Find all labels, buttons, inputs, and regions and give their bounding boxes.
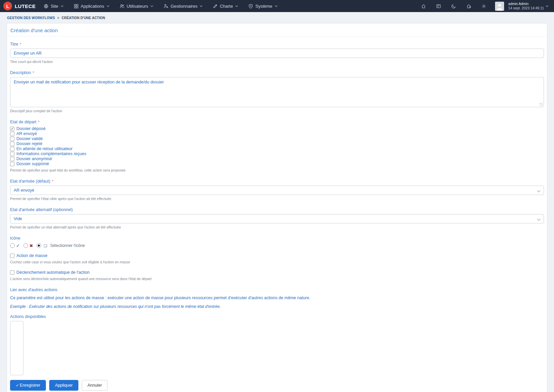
check-icon: ✓ [16, 383, 19, 388]
check-icon: ✓ [16, 243, 20, 248]
checkbox-dossier-valide[interactable]: Dossier validé [10, 136, 544, 141]
pen-icon [213, 4, 218, 9]
chevron-down-icon [275, 5, 278, 7]
lier-paragraph: Ce paramètre est utilisé pour les action… [10, 296, 544, 300]
chevron-down-icon [200, 5, 203, 7]
globe-icon [44, 4, 49, 9]
checkbox-icon [10, 147, 14, 151]
nav-menu-utilisateurs[interactable]: Utilisateurs [120, 4, 153, 9]
save-button[interactable]: ✓Enregistrer [10, 380, 46, 391]
checkbox-attente-retour[interactable]: En attente de retour utilisateur [10, 146, 544, 151]
home-status-icon[interactable] [466, 4, 471, 9]
titre-help: Titre court qui décrit l'action [10, 60, 544, 64]
breadcrumb-current: CRÉATION D'UNE ACTION [62, 16, 105, 20]
checkbox-dossier-depose[interactable]: Dossier déposé [10, 126, 544, 131]
icone-label: Icône [10, 236, 20, 241]
lier-exemple: Exemple : Exécuter des actions de notifi… [10, 304, 544, 309]
field-declenchement: Déclenchement automatique de l'action L'… [10, 270, 544, 281]
etat-arrivee-select[interactable]: AR envoyé [10, 186, 544, 195]
page-title: Création d'une action [10, 27, 544, 33]
radio-icon-cross[interactable] [23, 243, 28, 248]
chevron-down-icon [61, 5, 64, 7]
titre-input[interactable] [10, 49, 544, 58]
etat-depart-help: Permet de spécifier pour quel état du wo… [10, 168, 544, 172]
cross-icon: ✖ [29, 243, 33, 248]
field-etat-depart: Etat de départ* Dossier déposé AR envoyé… [10, 120, 544, 172]
checkbox-dossier-rejete[interactable]: Dossier rejeté [10, 141, 544, 146]
checkbox-icon [10, 132, 14, 136]
cancel-button[interactable]: Annuler [82, 380, 108, 391]
nav-menu-site[interactable]: Site [44, 4, 63, 9]
field-action-masse: Action de masse Cochez cette case si vou… [10, 253, 544, 264]
apps-icon [74, 4, 79, 9]
field-icone: Icône ✓ ✖ Sélectionner l'icône [10, 236, 544, 249]
radio-icon-check[interactable] [10, 243, 15, 248]
moon-icon[interactable] [451, 4, 456, 9]
user-datetime: 14 sept. 2023 14:45:11 [508, 6, 544, 10]
brand-name: LUTECE [15, 3, 36, 9]
lier-section-title: Lier avec d'autres actions [10, 287, 544, 292]
checkbox-icon [10, 162, 14, 166]
description-label: Description [10, 70, 31, 75]
creation-action-card: Création d'une action Titre* Titre court… [7, 23, 547, 392]
checkbox-declenchement[interactable]: Déclenchement automatique de l'action [10, 270, 544, 275]
gear-icon[interactable] [481, 4, 486, 9]
action-masse-help: Cochez cette case si vous voulez que l'a… [10, 260, 544, 264]
checkbox-dossier-supprime[interactable]: Dossier supprimé [10, 161, 544, 167]
checkbox-checked-icon [10, 127, 14, 131]
field-titre: Titre* Titre court qui décrit l'action [10, 42, 544, 64]
avatar [495, 2, 504, 11]
nav-menu-gestionnaires[interactable]: Gestionnaires [163, 4, 203, 9]
checkbox-icon [10, 270, 14, 275]
users-icon [120, 4, 125, 9]
note-icon [43, 244, 48, 248]
checkbox-icon [10, 137, 14, 141]
checkbox-icon [10, 254, 14, 258]
user-name: admin Admin [508, 2, 544, 6]
required-asterisk: * [20, 42, 21, 46]
required-asterisk: * [38, 120, 40, 124]
breadcrumb: GESTION DES WORKFLOWS > CRÉATION D'UNE A… [0, 12, 554, 23]
chevron-down-icon [107, 5, 110, 7]
home-icon[interactable] [421, 4, 426, 9]
shield-icon [248, 4, 253, 9]
etat-arrivee-label: Etat d'arrivée (défaut) [10, 179, 50, 184]
declenchement-help: L'action sera déclenchée automatiquement… [10, 277, 544, 281]
required-asterisk: * [33, 71, 34, 75]
nav-menu-applications[interactable]: Applications [74, 4, 110, 9]
lutece-logo[interactable]: L [3, 2, 12, 10]
description-textarea[interactable]: Envoyer un mail de notification pour acc… [10, 77, 544, 107]
checkbox-infos-complementaires[interactable]: Informations complémentaires reçues [10, 151, 544, 156]
etat-arrivee-alt-select[interactable]: Vide [10, 214, 544, 223]
chevron-down-icon [150, 5, 153, 7]
etat-arrivee-alt-help: Permet de spécifier un état alternatif a… [10, 225, 544, 229]
description-help: Descriptif plus complet de l'action [10, 109, 544, 113]
actions-disponibles-listbox[interactable] [10, 321, 23, 375]
nav-menu-systeme[interactable]: Système [248, 4, 278, 9]
user-key-icon [163, 4, 168, 9]
titre-label: Titre [10, 42, 18, 47]
actions-disponibles-label: Actions disponibles [10, 314, 544, 319]
etat-arrivee-help: Permet de spécifier l'état cible après q… [10, 197, 544, 201]
checkbox-dossier-anonymise[interactable]: Dossier anonymisé [10, 156, 544, 161]
checkbox-icon [10, 152, 14, 156]
icone-select-label: Sélectionner l'icône [50, 243, 85, 248]
chevron-down-icon [235, 5, 238, 7]
checkbox-icon [10, 142, 14, 146]
breadcrumb-link-workflows[interactable]: GESTION DES WORKFLOWS [7, 16, 55, 20]
top-navbar: L LUTECE Site Applications Utilisateurs … [0, 0, 554, 12]
checkbox-icon [10, 157, 14, 161]
required-asterisk: * [52, 179, 53, 183]
apply-button[interactable]: Appliquer [49, 380, 78, 391]
chevron-down-icon [546, 4, 549, 8]
nav-menu-charte[interactable]: Charte [213, 4, 238, 9]
user-menu[interactable]: admin Admin 14 sept. 2023 14:45:11 [486, 2, 549, 11]
radio-icon-custom-selected[interactable] [37, 243, 41, 248]
sidebar-layout-icon[interactable] [436, 4, 441, 9]
breadcrumb-separator: > [57, 16, 59, 20]
checkbox-action-masse[interactable]: Action de masse [10, 253, 544, 258]
field-etat-arrivee-alt: Etat d'arrivée alternatif (optionnel) Vi… [10, 207, 544, 229]
checkbox-ar-envoye[interactable]: AR envoyé [10, 131, 544, 136]
etat-depart-label: Etat de départ [10, 120, 37, 124]
etat-arrivee-alt-label: Etat d'arrivée alternatif (optionnel) [10, 207, 73, 212]
